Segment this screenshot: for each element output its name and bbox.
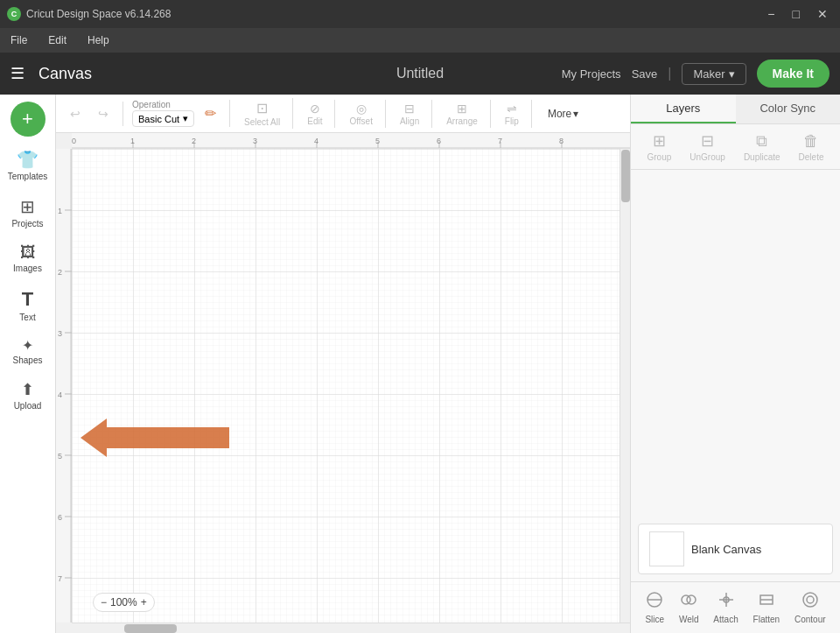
canvas-container: 0 1 2 3 4 5 6 xyxy=(56,133,630,633)
attach-icon xyxy=(718,591,735,613)
upload-label: Upload xyxy=(14,401,42,411)
align-icon: ⊟ xyxy=(404,102,415,116)
align-label: Align xyxy=(400,116,419,126)
menu-file[interactable]: File xyxy=(7,32,31,48)
zoom-value: 100% xyxy=(110,596,137,608)
canvas-thumbnail xyxy=(649,531,684,566)
contour-label: Contour xyxy=(794,615,826,624)
menu-help[interactable]: Help xyxy=(84,32,113,48)
projects-label: Projects xyxy=(11,219,43,229)
operation-group: Operation Basic Cut ▾ ✏ xyxy=(132,100,230,127)
sidebar-item-projects[interactable]: ⊞ Projects xyxy=(4,191,52,235)
flatten-icon xyxy=(758,591,775,613)
canvas-workspace[interactable]: − 100% + xyxy=(72,149,620,622)
sidebar-item-text[interactable]: T Text xyxy=(4,283,52,328)
flatten-button[interactable]: Flatten xyxy=(746,587,788,628)
minimize-button[interactable]: − xyxy=(762,5,780,23)
vertical-scroll-thumb[interactable] xyxy=(621,150,630,202)
operation-chevron-icon: ▾ xyxy=(183,113,188,124)
edit-button[interactable]: ⊘ Edit xyxy=(302,100,327,128)
ungroup-button[interactable]: ⊟ UnGroup xyxy=(690,131,725,162)
delete-button[interactable]: 🗑 Delete xyxy=(799,132,824,162)
sidebar-item-upload[interactable]: ⬆ Upload xyxy=(4,375,52,417)
svg-text:1: 1 xyxy=(58,207,62,215)
arrange-button[interactable]: ⊞ Arrange xyxy=(441,100,483,128)
svg-text:6: 6 xyxy=(437,137,441,145)
ungroup-icon: ⊟ xyxy=(701,131,714,151)
text-label: Text xyxy=(19,313,35,323)
undo-button[interactable]: ↩ xyxy=(63,102,88,126)
left-sidebar: + 👕 Templates ⊞ Projects 🖼 Images T Text… xyxy=(0,95,56,633)
svg-text:3: 3 xyxy=(253,137,257,145)
zoom-control[interactable]: − 100% + xyxy=(93,593,155,612)
ruler-top: 0 1 2 3 4 5 6 xyxy=(72,133,630,149)
tab-color-sync[interactable]: Color Sync xyxy=(736,95,841,123)
select-all-button[interactable]: ⊡ Select All xyxy=(239,98,285,129)
panel-toolbar: ⊞ Group ⊟ UnGroup ⧉ Duplicate 🗑 Delete xyxy=(631,124,840,170)
machine-selector[interactable]: Maker ▾ xyxy=(682,63,746,85)
operation-select[interactable]: Basic Cut ▾ xyxy=(132,110,194,127)
text-icon: T xyxy=(22,288,33,311)
group-button[interactable]: ⊞ Group xyxy=(648,131,672,162)
vertical-scrollbar[interactable] xyxy=(620,149,630,622)
maximize-button[interactable]: □ xyxy=(788,5,805,23)
ungroup-label: UnGroup xyxy=(690,152,725,162)
attach-button[interactable]: Attach xyxy=(706,587,745,628)
svg-text:4: 4 xyxy=(58,390,62,399)
horizontal-scrollbar[interactable] xyxy=(72,622,630,633)
flip-icon: ⇌ xyxy=(507,102,517,116)
my-projects-link[interactable]: My Projects xyxy=(562,67,621,81)
menu-edit[interactable]: Edit xyxy=(45,32,70,48)
zoom-plus-button[interactable]: + xyxy=(141,596,147,608)
group-icon: ⊞ xyxy=(653,131,666,151)
contour-button[interactable]: Contour xyxy=(788,587,833,628)
images-icon: 🖼 xyxy=(20,243,36,262)
titlebar: C Cricut Design Space v6.14.268 − □ ✕ xyxy=(0,0,840,28)
new-plus-icon: + xyxy=(22,109,33,129)
weld-button[interactable]: Weld xyxy=(672,587,706,628)
svg-text:0: 0 xyxy=(72,137,76,145)
align-group: ⊟ Align xyxy=(395,100,432,128)
sidebar-item-images[interactable]: 🖼 Images xyxy=(4,238,52,279)
more-button[interactable]: More ▾ xyxy=(541,106,585,122)
panel-tabs: Layers Color Sync xyxy=(631,95,840,124)
slice-button[interactable]: Slice xyxy=(638,587,671,628)
svg-text:1: 1 xyxy=(130,137,135,145)
pencil-button[interactable]: ✏ xyxy=(198,102,222,126)
appbar: ☰ Canvas Untitled My Projects Save | Mak… xyxy=(0,53,840,95)
flip-group: ⇌ Flip xyxy=(500,100,532,128)
bottom-actions: Slice Weld Attach xyxy=(631,581,840,633)
align-button[interactable]: ⊟ Align xyxy=(395,100,424,128)
divider: | xyxy=(668,66,671,81)
arrange-label: Arrange xyxy=(446,116,478,126)
select-all-icon: ⊡ xyxy=(256,100,268,116)
blank-canvas-card[interactable]: Blank Canvas xyxy=(638,524,833,574)
delete-label: Delete xyxy=(799,152,824,162)
projects-icon: ⊞ xyxy=(20,196,35,217)
new-button[interactable]: + xyxy=(10,102,46,137)
upload-icon: ⬆ xyxy=(21,380,34,399)
zoom-minus-button[interactable]: − xyxy=(101,596,107,608)
close-button[interactable]: ✕ xyxy=(812,5,833,23)
contour-icon xyxy=(802,591,819,613)
weld-label: Weld xyxy=(679,615,699,624)
svg-text:8: 8 xyxy=(559,137,564,145)
hamburger-button[interactable]: ☰ xyxy=(10,64,24,83)
make-it-button[interactable]: Make It xyxy=(757,60,830,88)
arrange-group: ⊞ Arrange xyxy=(441,100,491,128)
svg-text:2: 2 xyxy=(192,137,196,145)
edit-label: Edit xyxy=(307,116,322,126)
templates-label: Templates xyxy=(8,172,48,182)
redo-button[interactable]: ↪ xyxy=(91,102,116,126)
tab-layers[interactable]: Layers xyxy=(631,95,736,123)
duplicate-button[interactable]: ⧉ Duplicate xyxy=(744,132,780,162)
right-panel: Layers Color Sync ⊞ Group ⊟ UnGroup ⧉ Du… xyxy=(630,95,840,633)
color-sync-tab-label: Color Sync xyxy=(760,102,816,115)
sidebar-item-templates[interactable]: 👕 Templates xyxy=(4,144,52,187)
offset-button[interactable]: ◎ Offset xyxy=(344,100,378,128)
sidebar-item-shapes[interactable]: ✦ Shapes xyxy=(4,332,52,371)
flip-button[interactable]: ⇌ Flip xyxy=(500,100,524,128)
save-button[interactable]: Save xyxy=(632,67,658,81)
horizontal-scroll-thumb[interactable] xyxy=(124,624,177,633)
window-controls: − □ ✕ xyxy=(762,5,833,23)
